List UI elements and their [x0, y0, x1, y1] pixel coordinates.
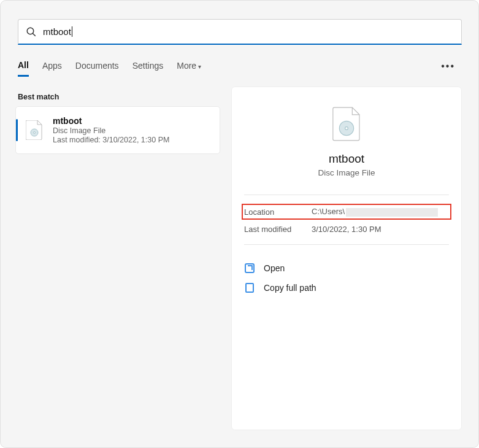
- selection-indicator: [16, 119, 18, 141]
- preview-title: mtboot: [244, 152, 449, 166]
- search-window: mtboot All Apps Documents Settings More▾…: [0, 0, 479, 448]
- disc-image-file-icon: [331, 107, 362, 141]
- svg-line-1: [33, 33, 36, 36]
- tab-documents[interactable]: Documents: [75, 61, 119, 75]
- modified-value: 3/10/2022, 1:30 PM: [312, 225, 381, 234]
- overflow-menu-button[interactable]: •••: [441, 61, 455, 72]
- svg-point-5: [345, 127, 348, 130]
- tab-all[interactable]: All: [18, 60, 29, 77]
- preview-type: Disc Image File: [244, 168, 449, 177]
- preview-panel: mtboot Disc Image File Location C:\Users…: [231, 87, 462, 430]
- open-action[interactable]: Open: [244, 258, 449, 278]
- redacted-path: [346, 208, 438, 217]
- location-row: Location C:\Users\: [242, 204, 451, 220]
- copy-path-action[interactable]: Copy full path: [244, 278, 449, 298]
- filter-tabs: All Apps Documents Settings More▾: [18, 59, 462, 77]
- tab-settings[interactable]: Settings: [132, 61, 164, 75]
- search-query: mtboot: [43, 26, 72, 37]
- modified-row: Last modified 3/10/2022, 1:30 PM: [244, 220, 449, 238]
- divider: [244, 244, 449, 245]
- best-match-heading: Best match: [18, 93, 59, 101]
- disc-image-file-icon: [25, 120, 44, 140]
- tab-apps[interactable]: Apps: [42, 61, 62, 75]
- tab-more[interactable]: More▾: [177, 61, 201, 75]
- search-icon: [26, 26, 37, 37]
- open-icon: [244, 263, 255, 274]
- search-input[interactable]: mtboot: [18, 19, 462, 45]
- chevron-down-icon: ▾: [198, 63, 201, 70]
- location-value: C:\Users\: [312, 207, 438, 217]
- copy-icon: [244, 282, 255, 293]
- result-modified: Last modified: 3/10/2022, 1:30 PM: [53, 136, 212, 144]
- modified-label: Last modified: [244, 225, 312, 234]
- location-label: Location: [244, 207, 312, 217]
- result-type: Disc Image File: [53, 126, 212, 135]
- result-title: mtboot: [53, 116, 212, 126]
- svg-point-3: [34, 132, 36, 134]
- search-result-item[interactable]: mtboot Disc Image File Last modified: 3/…: [15, 106, 220, 154]
- svg-point-0: [27, 28, 34, 34]
